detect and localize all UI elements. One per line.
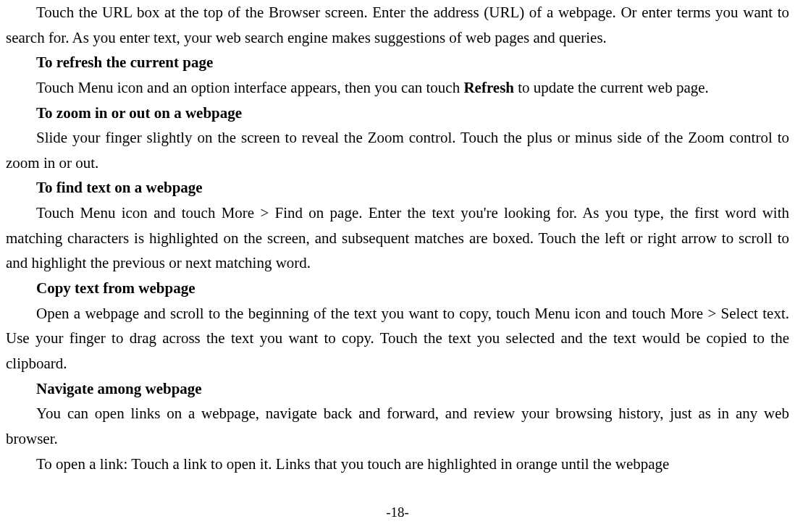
- refresh-bold-text: Refresh: [463, 79, 514, 96]
- refresh-post-text: to update the current web page.: [514, 79, 709, 96]
- section-heading-refresh: To refresh the current page: [6, 50, 789, 75]
- section-body-navigate: You can open links on a webpage, navigat…: [6, 401, 789, 451]
- section-heading-find: To find text on a webpage: [6, 175, 789, 200]
- section-body-refresh: Touch Menu icon and an option interface …: [6, 75, 789, 101]
- section-heading-copy: Copy text from webpage: [6, 276, 789, 301]
- intro-paragraph: Touch the URL box at the top of the Brow…: [6, 0, 789, 50]
- section-heading-navigate: Navigate among webpage: [6, 376, 789, 402]
- open-link-paragraph: To open a link: Touch a link to open it.…: [6, 452, 789, 477]
- section-body-find: Touch Menu icon and touch More > Find on…: [6, 200, 789, 276]
- section-body-copy: Open a webpage and scroll to the beginni…: [6, 301, 789, 376]
- section-heading-zoom: To zoom in or out on a webpage: [6, 101, 789, 126]
- refresh-pre-text: Touch Menu icon and an option interface …: [36, 79, 463, 96]
- section-body-zoom: Slide your finger slightly on the screen…: [6, 125, 789, 175]
- page-number: -18-: [0, 501, 795, 523]
- document-content: Touch the URL box at the top of the Brow…: [6, 0, 789, 476]
